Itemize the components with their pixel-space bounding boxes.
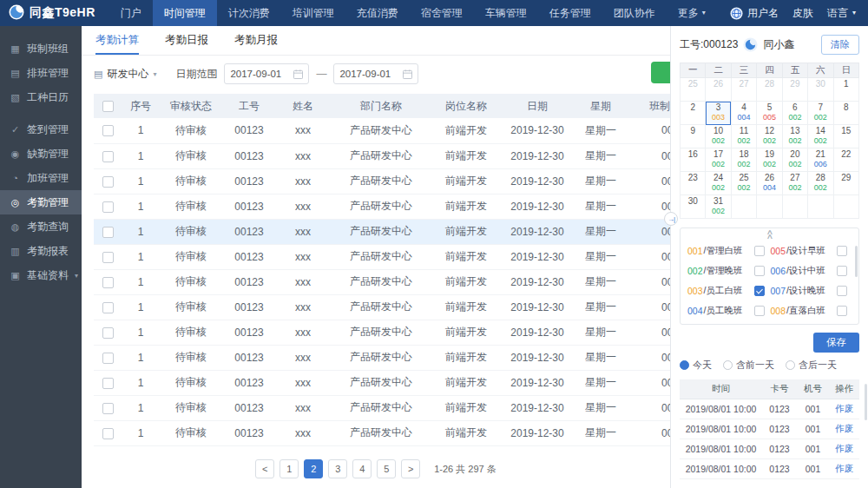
calendar-day-cell[interactable]: 28002 (808, 172, 833, 195)
row-checkbox[interactable] (102, 227, 114, 238)
table-row[interactable]: 1待审核00123xxx产品研发中心前端开发2019-12-30星期一001 (94, 118, 670, 143)
page-button-4[interactable]: 4 (352, 459, 372, 478)
calendar-day-cell[interactable] (808, 195, 833, 219)
calendar-day-cell[interactable]: 29 (833, 172, 858, 195)
calculate-button[interactable] (651, 62, 671, 83)
sidebar-item-attendance-report[interactable]: ▥考勤报表 (0, 239, 82, 263)
tab-attendance-calculation[interactable]: 考勤计算 (95, 26, 139, 55)
sidebar-item-work-calendar[interactable]: ▧工种日历 (0, 85, 82, 109)
radio-include-previous-day[interactable]: 含前一天 (723, 359, 774, 372)
calendar-day-cell[interactable]: 3003 (706, 102, 731, 125)
table-row[interactable]: 1待审核00123xxx产品研发中心前端开发2019-12-30星期一001 (94, 320, 670, 345)
page-button-2[interactable]: 2 (304, 459, 323, 478)
sidebar-item-absence[interactable]: ◉缺勤管理 (0, 142, 82, 166)
table-row[interactable]: 1待审核00123xxx产品研发中心前端开发2019-12-30星期一001 (94, 345, 670, 370)
shift-checkbox[interactable] (754, 246, 765, 256)
tab-attendance-monthly-report[interactable]: 考勤月报 (234, 26, 278, 55)
calendar-day-cell[interactable]: 6002 (782, 102, 807, 125)
calendar-day-cell[interactable]: 18002 (731, 148, 756, 172)
calendar-day-cell[interactable]: 25 (681, 78, 706, 102)
calendar-day-cell[interactable]: 12002 (757, 125, 782, 148)
skin-menu[interactable]: 皮肤 (792, 6, 813, 21)
calendar-day-cell[interactable]: 28 (757, 78, 782, 102)
calendar-day-cell[interactable]: 30 (808, 78, 833, 102)
clear-button[interactable]: 清除 (821, 35, 859, 55)
save-button[interactable]: 保存 (813, 333, 859, 353)
radio-today[interactable]: 今天 (680, 359, 712, 372)
shift-checkbox[interactable] (837, 246, 847, 256)
row-checkbox[interactable] (102, 302, 114, 313)
nav-item-task-management[interactable]: 任务管理 (538, 0, 602, 26)
calendar-day-cell[interactable]: 9 (681, 125, 706, 148)
calendar-day-cell[interactable]: 25002 (731, 172, 756, 195)
nav-item-dormitory-management[interactable]: 宿舍管理 (410, 0, 474, 26)
calendar-day-cell[interactable]: 5005 (757, 102, 782, 125)
user-menu[interactable]: 用户名 (730, 6, 779, 21)
row-checkbox[interactable] (102, 252, 114, 263)
radio-include-next-day[interactable]: 含后一天 (786, 359, 837, 372)
page-button-1[interactable]: 1 (279, 459, 299, 478)
nav-item-metered-consumption[interactable]: 计次消费 (217, 0, 281, 26)
shift-checkbox[interactable] (754, 266, 765, 276)
shift-checkbox[interactable] (837, 306, 847, 316)
row-checkbox[interactable] (102, 125, 114, 136)
row-checkbox[interactable] (102, 327, 114, 339)
collapse-panel-button[interactable]: →| (664, 212, 678, 226)
sidebar-item-base-data[interactable]: ▣基础资料▾ (0, 263, 82, 287)
calendar-day-cell[interactable]: 20002 (782, 148, 807, 172)
calendar-day-cell[interactable]: 8 (833, 102, 858, 125)
collapse-shift-list-button[interactable]: ∧ ∧ (681, 228, 858, 241)
calendar-day-cell[interactable]: 24002 (706, 172, 731, 195)
calendar-day-cell[interactable]: 7002 (808, 102, 833, 125)
void-link[interactable]: 作废 (835, 403, 853, 413)
nav-item-time-management[interactable]: 时间管理 (153, 0, 217, 26)
void-link[interactable]: 作废 (835, 463, 853, 473)
table-row[interactable]: 1待审核00123xxx产品研发中心前端开发2019-12-30星期一001 (94, 244, 670, 269)
row-checkbox[interactable] (102, 277, 114, 288)
calendar-day-cell[interactable]: 29 (782, 78, 807, 102)
calendar-day-cell[interactable]: 4004 (731, 102, 756, 125)
scrollbar-thumb[interactable] (855, 246, 858, 277)
sidebar-item-shift-groups[interactable]: ▦班制班组 (0, 36, 82, 61)
calendar-day-cell[interactable]: 15 (833, 125, 858, 148)
table-row[interactable]: 1待审核00123xxx产品研发中心前端开发2019-12-30星期一001 (94, 143, 670, 168)
calendar-day-cell[interactable] (782, 195, 807, 219)
calendar-day-cell[interactable]: 23 (681, 172, 706, 195)
row-checkbox[interactable] (102, 201, 114, 213)
sidebar-item-overtime[interactable]: ◔加班管理 (0, 166, 82, 190)
calendar-day-cell[interactable] (833, 195, 858, 219)
calendar-day-cell[interactable]: 14002 (808, 125, 833, 148)
table-row[interactable]: 1待审核00123xxx产品研发中心前端开发2019-12-30星期一001 (94, 219, 670, 244)
nav-item-team-collaboration[interactable]: 团队协作 (602, 0, 667, 26)
calendar-day-cell[interactable]: 11002 (731, 125, 756, 148)
calendar-day-cell[interactable]: 16 (681, 148, 706, 172)
prev-page-button[interactable]: < (255, 459, 274, 478)
nav-item-portal[interactable]: 门户 (109, 0, 153, 26)
shift-checkbox[interactable] (837, 266, 847, 276)
nav-item-more[interactable]: 更多▾ (667, 0, 717, 26)
calendar-day-cell[interactable]: 30 (681, 195, 706, 219)
date-from-input[interactable]: 2017-09-01 (224, 63, 309, 84)
sidebar-item-check-in[interactable]: ✓签到管理 (0, 117, 82, 142)
nav-item-vehicle-management[interactable]: 车辆管理 (474, 0, 538, 26)
row-checkbox[interactable] (102, 428, 114, 439)
calendar-day-cell[interactable]: 19002 (757, 148, 782, 172)
calendar-day-cell[interactable]: 31002 (706, 195, 731, 219)
row-checkbox[interactable] (102, 151, 114, 162)
sidebar-item-attendance-management[interactable]: ◎考勤管理 (0, 190, 82, 214)
table-row[interactable]: 1待审核00123xxx产品研发中心前端开发2019-12-30星期一001 (94, 395, 670, 420)
calendar-day-cell[interactable]: 27002 (782, 172, 807, 195)
department-select[interactable]: ▤ 研发中心 ▾ (94, 67, 156, 82)
scrollbar-thumb[interactable] (865, 384, 867, 420)
table-row[interactable]: 1待审核00123xxx产品研发中心前端开发2019-12-30星期一001 (94, 269, 670, 294)
calendar-day-cell[interactable] (757, 195, 782, 219)
table-row[interactable]: 1待审核00123xxx产品研发中心前端开发2019-12-30星期一001 (94, 194, 670, 219)
nav-item-training-management[interactable]: 培训管理 (281, 0, 345, 26)
calendar-day-cell[interactable]: 13002 (782, 125, 807, 148)
sidebar-item-attendance-query[interactable]: ◍考勤查询 (0, 214, 82, 239)
row-checkbox[interactable] (102, 176, 114, 188)
row-checkbox[interactable] (102, 378, 114, 389)
calendar-day-cell[interactable]: 10002 (706, 125, 731, 148)
calendar-day-cell[interactable]: 26004 (757, 172, 782, 195)
calendar-day-cell[interactable] (731, 195, 756, 219)
